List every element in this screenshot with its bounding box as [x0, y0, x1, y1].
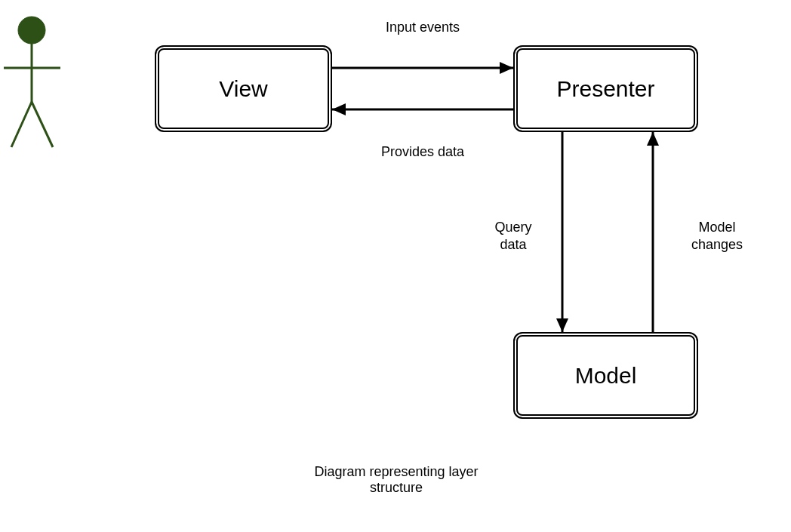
caption-line1: Diagram representing layer: [314, 464, 478, 479]
arrow-provides-data: [332, 103, 513, 115]
arrow-input-events: [332, 62, 513, 74]
label-model-changes: Model changes: [679, 219, 755, 253]
arrow-query-data: [556, 132, 568, 332]
arrow-model-changes: [647, 132, 659, 332]
label-provides-data: Provides data: [374, 143, 472, 161]
label-query-data: Query data: [483, 219, 543, 253]
diagram-canvas: View Presenter Model Input events Provid…: [0, 0, 791, 532]
label-query-data-l2: data: [500, 237, 526, 252]
node-presenter: Presenter: [513, 45, 698, 132]
svg-marker-12: [647, 132, 659, 146]
node-model: Model: [513, 332, 698, 419]
svg-marker-8: [332, 103, 346, 115]
node-presenter-label: Presenter: [556, 76, 654, 102]
svg-line-4: [32, 102, 53, 147]
svg-marker-10: [556, 318, 568, 332]
caption-line2: structure: [370, 480, 423, 495]
svg-line-3: [11, 102, 32, 147]
label-model-changes-l2: changes: [691, 237, 743, 252]
svg-point-0: [18, 17, 45, 44]
svg-marker-6: [500, 62, 513, 74]
label-input-events: Input events: [374, 19, 472, 36]
node-view: View: [155, 45, 332, 132]
actor-icon: [4, 17, 60, 147]
diagram-caption: Diagram representing layer structure: [283, 464, 509, 496]
label-query-data-l1: Query: [494, 220, 531, 235]
node-view-label: View: [219, 76, 267, 102]
label-model-changes-l1: Model: [698, 220, 735, 235]
node-model-label: Model: [575, 363, 637, 389]
